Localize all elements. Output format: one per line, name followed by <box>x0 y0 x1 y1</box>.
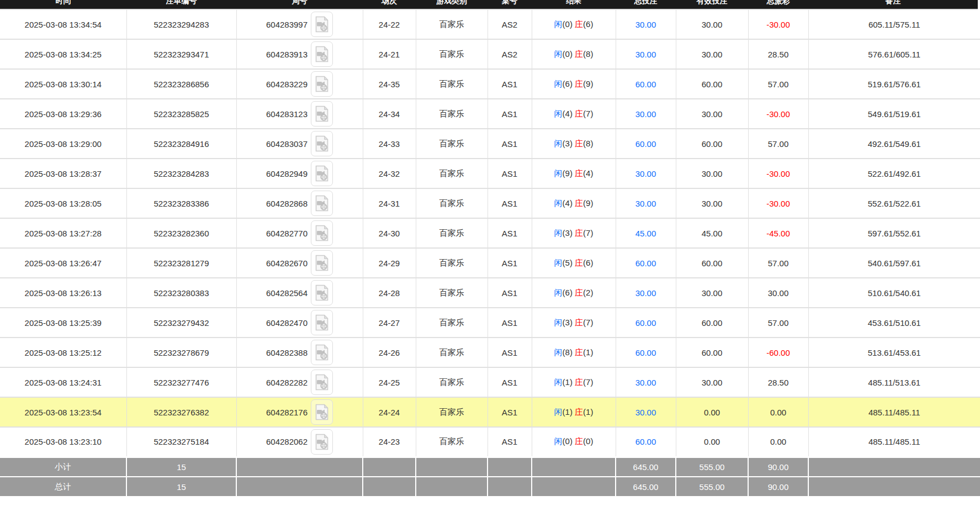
total-bet-link[interactable]: 60.00 <box>635 437 656 446</box>
table-row: 2025-03-08 13:29:36 522323285825 6042831… <box>0 99 980 129</box>
total-bet-link[interactable]: 30.00 <box>635 199 656 208</box>
header-row: 时间 注单编号 局号 场次 游戏类别 桌号 结果 总投注 有效投注 总派彩 备注 <box>0 0 980 9</box>
video-replay-button[interactable] <box>311 280 333 305</box>
cell-game-category: 百家乐 <box>416 427 488 457</box>
video-replay-button[interactable] <box>311 41 333 67</box>
cell-time: 2025-03-08 13:26:47 <box>0 248 126 278</box>
cell-result: 闲(0) 庄(8) <box>532 39 616 69</box>
video-replay-button[interactable] <box>311 399 333 425</box>
total-bet-link[interactable]: 45.00 <box>635 229 656 238</box>
video-replay-button[interactable] <box>311 429 333 455</box>
cell-payout: 57.00 <box>748 129 808 159</box>
cell-result: 闲(4) 庄(9) <box>532 188 616 218</box>
cell-game-category: 百家乐 <box>416 159 488 188</box>
result-banker-label: 庄 <box>575 79 583 88</box>
cell-valid-bet: 60.00 <box>676 248 748 278</box>
video-replay-icon <box>315 106 329 122</box>
total-bet-link[interactable]: 30.00 <box>635 408 656 417</box>
video-replay-icon <box>315 374 329 391</box>
result-banker-label: 庄 <box>575 288 583 297</box>
video-replay-button[interactable] <box>311 340 333 365</box>
result-player-label: 闲 <box>554 139 563 148</box>
cell-session: 24-31 <box>363 188 416 218</box>
cell-bet-number: 522323285825 <box>126 99 236 129</box>
cell-table-number: AS1 <box>488 129 532 159</box>
cell-round-number: 604282282 <box>236 367 363 397</box>
table-row: 2025-03-08 13:34:25 522323293471 6042839… <box>0 39 980 69</box>
cell-table-number: AS1 <box>488 218 532 248</box>
cell-time: 2025-03-08 13:34:25 <box>0 39 126 69</box>
cell-bet-number: 522323283386 <box>126 188 236 218</box>
video-replay-icon <box>315 46 329 62</box>
grand-total-empty-session <box>363 477 416 497</box>
cell-payout: 30.00 <box>748 278 808 308</box>
total-bet-link[interactable]: 30.00 <box>635 169 656 178</box>
cell-time: 2025-03-08 13:28:05 <box>0 188 126 218</box>
col-header-remark: 备注 <box>808 0 980 9</box>
total-bet-link[interactable]: 30.00 <box>635 50 656 59</box>
cell-total-bet: 45.00 <box>616 218 676 248</box>
col-header-game-category: 游戏类别 <box>416 0 488 9</box>
cell-time: 2025-03-08 13:27:28 <box>0 218 126 248</box>
col-header-valid-bet: 有效投注 <box>676 0 748 9</box>
cell-bet-number: 522323284283 <box>126 159 236 188</box>
video-replay-icon <box>315 344 329 361</box>
cell-bet-number: 522323277476 <box>126 367 236 397</box>
cell-game-category: 百家乐 <box>416 218 488 248</box>
total-bet-link[interactable]: 30.00 <box>635 20 656 29</box>
result-banker-label: 庄 <box>575 139 583 148</box>
cell-result: 闲(1) 庄(1) <box>532 397 616 427</box>
video-replay-button[interactable] <box>311 131 333 156</box>
cell-remark: 492.61/549.61 <box>808 129 980 159</box>
cell-session: 24-25 <box>363 367 416 397</box>
cell-round-number: 604282949 <box>236 159 363 188</box>
cell-total-bet: 30.00 <box>616 159 676 188</box>
total-bet-link[interactable]: 60.00 <box>635 80 656 89</box>
result-banker-label: 庄 <box>575 377 583 387</box>
cell-bet-number: 522323278679 <box>126 338 236 367</box>
cell-total-bet: 60.00 <box>616 338 676 367</box>
cell-valid-bet: 0.00 <box>676 427 748 457</box>
video-replay-icon <box>315 76 329 92</box>
table-row: 2025-03-08 13:29:00 522323284916 6042830… <box>0 129 980 159</box>
video-replay-icon <box>315 314 329 331</box>
video-replay-button[interactable] <box>311 250 333 276</box>
video-replay-button[interactable] <box>311 71 333 97</box>
video-replay-button[interactable] <box>311 220 333 246</box>
video-replay-button[interactable] <box>311 191 333 216</box>
video-replay-button[interactable] <box>311 370 333 395</box>
cell-round-number: 604283913 <box>236 39 363 69</box>
total-bet-link[interactable]: 30.00 <box>635 109 656 119</box>
video-replay-button[interactable] <box>311 12 333 37</box>
cell-valid-bet: 30.00 <box>676 278 748 308</box>
cell-round-number: 604282868 <box>236 188 363 218</box>
cell-valid-bet: 60.00 <box>676 129 748 159</box>
cell-bet-number: 522323279432 <box>126 308 236 338</box>
total-bet-link[interactable]: 30.00 <box>635 288 656 298</box>
cell-round-number: 604283229 <box>236 69 363 99</box>
cell-time: 2025-03-08 13:29:36 <box>0 99 126 129</box>
cell-total-bet: 30.00 <box>616 99 676 129</box>
video-replay-button[interactable] <box>311 310 333 335</box>
subtotal-empty-result <box>532 457 616 477</box>
video-replay-button[interactable] <box>311 101 333 126</box>
total-bet-link[interactable]: 60.00 <box>635 348 656 357</box>
cell-game-category: 百家乐 <box>416 99 488 129</box>
cell-bet-number: 522323275184 <box>126 427 236 457</box>
cell-bet-number: 522323282360 <box>126 218 236 248</box>
cell-round-number: 604283123 <box>236 99 363 129</box>
cell-session: 24-26 <box>363 338 416 367</box>
video-replay-button[interactable] <box>311 161 333 186</box>
total-bet-link[interactable]: 60.00 <box>635 139 656 149</box>
total-bet-link[interactable]: 60.00 <box>635 318 656 328</box>
result-player-label: 闲 <box>554 228 563 238</box>
table-row: 2025-03-08 13:26:13 522323280383 6042825… <box>0 278 980 308</box>
total-bet-link[interactable]: 30.00 <box>635 378 656 387</box>
video-replay-icon <box>315 165 329 182</box>
cell-session: 24-32 <box>363 159 416 188</box>
table-row: 2025-03-08 13:28:37 522323284283 6042829… <box>0 159 980 188</box>
result-player-label: 闲 <box>554 436 563 446</box>
cell-game-category: 百家乐 <box>416 367 488 397</box>
total-bet-link[interactable]: 60.00 <box>635 259 656 268</box>
table-row: 2025-03-08 13:25:12 522323278679 6042823… <box>0 338 980 367</box>
